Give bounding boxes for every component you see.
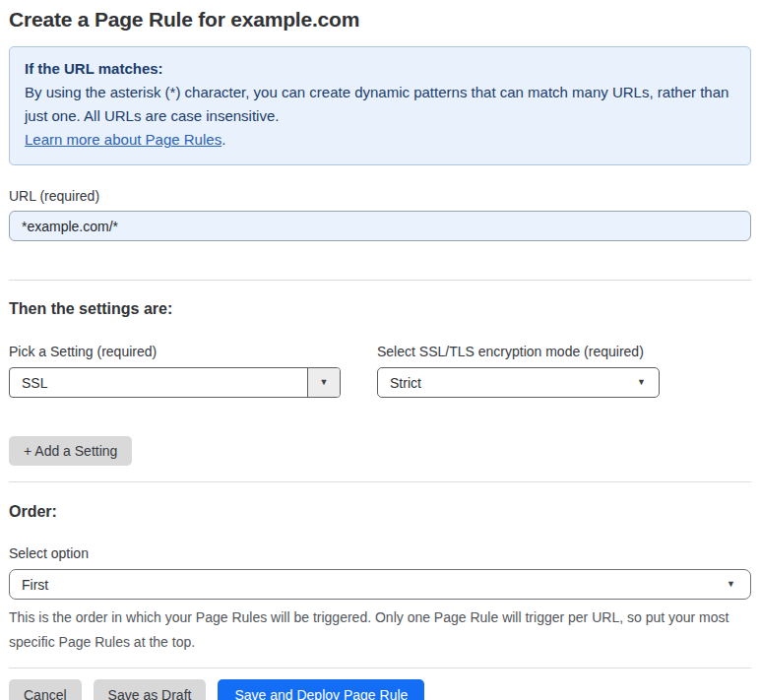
url-input[interactable]	[9, 211, 751, 241]
url-match-info-box: If the URL matches: By using the asteris…	[9, 46, 751, 165]
setting-picker-select[interactable]: SSL ▼	[9, 367, 341, 398]
cancel-button[interactable]: Cancel	[9, 679, 82, 700]
setting-picker-arrow-button[interactable]: ▼	[307, 368, 340, 397]
page-rule-form: Create a Page Rule for example.com If th…	[0, 0, 760, 700]
order-select-value: First	[22, 577, 48, 593]
divider	[9, 280, 751, 281]
setting-picker-column: Pick a Setting (required) SSL ▼	[9, 344, 341, 398]
settings-section-heading: Then the settings are:	[9, 300, 751, 318]
url-field-label: URL (required)	[9, 188, 751, 204]
learn-more-link[interactable]: Learn more about Page Rules	[25, 131, 222, 148]
setting-picker-value: SSL	[10, 375, 307, 391]
order-select[interactable]: First ▼	[9, 569, 751, 600]
save-and-deploy-button[interactable]: Save and Deploy Page Rule	[218, 679, 424, 700]
page-title: Create a Page Rule for example.com	[9, 8, 751, 32]
order-help-text: This is the order in which your Page Rul…	[9, 605, 749, 655]
order-section-heading: Order:	[9, 503, 751, 521]
chevron-down-icon: ▼	[637, 378, 646, 387]
chevron-down-icon: ▼	[320, 378, 329, 387]
footer-actions: Cancel Save as Draft Save and Deploy Pag…	[9, 679, 751, 700]
link-period: .	[222, 131, 225, 148]
ssl-mode-column: Select SSL/TLS encryption mode (required…	[377, 344, 660, 398]
chevron-down-icon: ▼	[727, 580, 735, 589]
info-box-body: By using the asterisk (*) character, you…	[25, 81, 735, 128]
ssl-mode-select[interactable]: Strict ▼	[377, 367, 660, 398]
settings-row: Pick a Setting (required) SSL ▼ Select S…	[9, 344, 751, 398]
add-setting-button[interactable]: + Add a Setting	[9, 436, 132, 466]
setting-picker-label: Pick a Setting (required)	[9, 344, 341, 359]
save-as-draft-button[interactable]: Save as Draft	[94, 679, 207, 700]
ssl-mode-label: Select SSL/TLS encryption mode (required…	[377, 344, 660, 359]
info-box-link-line: Learn more about Page Rules.	[25, 128, 735, 152]
info-box-heading: If the URL matches:	[25, 57, 735, 81]
divider	[9, 668, 751, 668]
ssl-mode-value: Strict	[390, 375, 421, 391]
order-select-label: Select option	[9, 545, 751, 561]
divider	[9, 481, 751, 482]
